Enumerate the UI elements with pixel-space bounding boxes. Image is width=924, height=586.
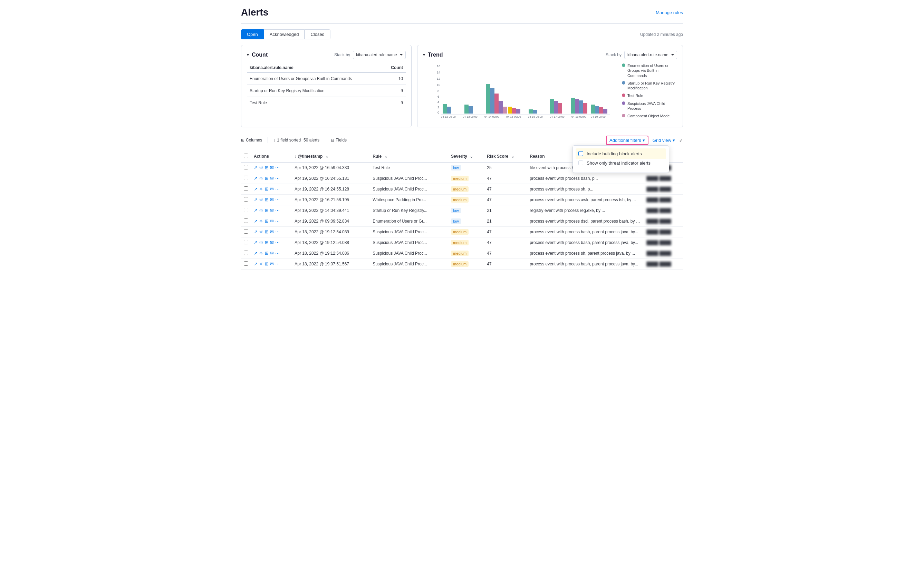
session-icon[interactable]: ⊞	[265, 250, 269, 256]
mark-icon[interactable]: ✉	[270, 229, 274, 234]
count-name-cell: Enumeration of Users or Groups via Built…	[247, 72, 384, 85]
more-icon[interactable]: ⋯	[275, 219, 280, 224]
session-icon[interactable]: ⊞	[265, 197, 269, 202]
more-icon[interactable]: ⋯	[275, 208, 280, 213]
row-checkbox[interactable]	[244, 219, 248, 223]
trend-chevron-icon[interactable]: ▾	[423, 53, 425, 57]
row-actions-cell: ↗ ⛭ ⊞ ✉ ⋯	[251, 162, 292, 173]
row-checkbox[interactable]	[244, 186, 248, 191]
grid-view-button[interactable]: Grid view ▾	[653, 138, 675, 143]
expand-row-icon[interactable]: ↗	[254, 165, 257, 170]
include-building-block-checkbox[interactable]	[578, 151, 583, 156]
row-checkbox[interactable]	[244, 261, 248, 266]
mark-icon[interactable]: ✉	[270, 240, 274, 245]
sort-indicator[interactable]: ↓ 1 field sorted 50 alerts	[274, 138, 319, 143]
row-checkbox[interactable]	[244, 240, 248, 244]
th-actions[interactable]: Actions	[251, 151, 292, 162]
trend-stack-by-select[interactable]: kibana.alert.rule.name	[624, 51, 677, 59]
mark-icon[interactable]: ✉	[270, 165, 274, 170]
additional-filters-button[interactable]: Additional filters ▾	[606, 136, 648, 145]
more-icon[interactable]: ⋯	[275, 176, 280, 181]
mark-icon[interactable]: ✉	[270, 197, 274, 202]
expand-row-icon[interactable]: ↗	[254, 176, 257, 181]
expand-row-icon[interactable]: ↗	[254, 250, 257, 256]
analyze-icon[interactable]: ⛭	[259, 176, 264, 181]
th-rule[interactable]: Rule ⌄	[370, 151, 448, 162]
mark-icon[interactable]: ✉	[270, 219, 274, 224]
session-icon[interactable]: ⊞	[265, 229, 269, 234]
row-checkbox-cell	[241, 194, 251, 205]
th-risk-score[interactable]: Risk Score ⌄	[484, 151, 527, 162]
analyze-icon[interactable]: ⛭	[259, 165, 264, 170]
session-icon[interactable]: ⊞	[265, 186, 269, 191]
analyze-icon[interactable]: ⛭	[259, 208, 264, 213]
row-severity: medium	[448, 237, 484, 248]
columns-label: Columns	[246, 138, 262, 143]
expand-row-icon[interactable]: ↗	[254, 229, 257, 234]
select-all-checkbox[interactable]	[244, 153, 248, 158]
tab-open[interactable]: Open	[241, 29, 264, 40]
more-icon[interactable]: ⋯	[275, 165, 280, 170]
mark-icon[interactable]: ✉	[270, 250, 274, 256]
show-only-threat-checkbox[interactable]	[578, 160, 583, 165]
th-checkbox	[241, 151, 251, 162]
analyze-icon[interactable]: ⛭	[259, 250, 264, 256]
show-only-threat-item[interactable]: Show only threat indicator alerts	[578, 158, 663, 168]
session-icon[interactable]: ⊞	[265, 165, 269, 170]
analyze-icon[interactable]: ⛭	[259, 219, 264, 224]
count-table-row[interactable]: Enumeration of Users or Groups via Built…	[247, 72, 406, 85]
analyze-icon[interactable]: ⛭	[259, 229, 264, 234]
manage-rules-link[interactable]: Manage rules	[656, 10, 683, 15]
row-reason: process event with process sh, p...	[527, 184, 644, 194]
expand-row-icon[interactable]: ↗	[254, 240, 257, 245]
row-checkbox[interactable]	[244, 229, 248, 234]
tab-acknowledged[interactable]: Acknowledged	[264, 29, 305, 40]
session-icon[interactable]: ⊞	[265, 240, 269, 245]
expand-row-icon[interactable]: ↗	[254, 261, 257, 267]
tab-closed[interactable]: Closed	[305, 29, 330, 40]
session-icon[interactable]: ⊞	[265, 219, 269, 224]
more-icon[interactable]: ⋯	[275, 240, 280, 245]
count-table-row[interactable]: Test Rule9	[247, 97, 406, 109]
row-checkbox[interactable]	[244, 250, 248, 255]
legend-item: Test Rule	[622, 93, 677, 98]
th-timestamp[interactable]: ↓ @timestamp ⌄	[292, 151, 370, 162]
svg-text:04-19 00:00: 04-19 00:00	[591, 115, 606, 119]
mark-icon[interactable]: ✉	[270, 261, 274, 267]
expand-row-icon[interactable]: ↗	[254, 197, 257, 202]
more-icon[interactable]: ⋯	[275, 261, 280, 267]
row-checkbox[interactable]	[244, 165, 248, 170]
analyze-icon[interactable]: ⛭	[259, 240, 264, 245]
expand-icon[interactable]: ⤢	[679, 138, 683, 143]
svg-text:14: 14	[437, 71, 440, 74]
row-checkbox[interactable]	[244, 197, 248, 202]
mark-icon[interactable]: ✉	[270, 208, 274, 213]
more-icon[interactable]: ⋯	[275, 229, 280, 234]
more-icon[interactable]: ⋯	[275, 186, 280, 191]
analyze-icon[interactable]: ⛭	[259, 197, 264, 202]
row-checkbox[interactable]	[244, 176, 248, 180]
expand-row-icon[interactable]: ↗	[254, 208, 257, 213]
mark-icon[interactable]: ✉	[270, 186, 274, 191]
columns-button[interactable]: ⊞ Columns	[241, 138, 262, 143]
count-table-row[interactable]: Startup or Run Key Registry Modification…	[247, 85, 406, 97]
fields-button[interactable]: ⊟ Fields	[331, 138, 346, 143]
count-chevron-icon[interactable]: ▾	[247, 53, 249, 57]
svg-rect-24	[554, 101, 558, 114]
mark-icon[interactable]: ✉	[270, 176, 274, 181]
row-risk-score: 25	[484, 162, 527, 173]
th-severity[interactable]: Severity ⌄	[448, 151, 484, 162]
count-stack-by-select[interactable]: kibana.alert.rule.name	[353, 51, 406, 59]
session-icon[interactable]: ⊞	[265, 208, 269, 213]
row-checkbox[interactable]	[244, 208, 248, 212]
analyze-icon[interactable]: ⛭	[259, 261, 264, 267]
legend-dot-icon	[622, 94, 625, 97]
analyze-icon[interactable]: ⛭	[259, 186, 264, 191]
expand-row-icon[interactable]: ↗	[254, 219, 257, 224]
session-icon[interactable]: ⊞	[265, 261, 269, 267]
session-icon[interactable]: ⊞	[265, 176, 269, 181]
more-icon[interactable]: ⋯	[275, 250, 280, 256]
expand-row-icon[interactable]: ↗	[254, 186, 257, 191]
more-icon[interactable]: ⋯	[275, 197, 280, 202]
svg-rect-29	[583, 103, 587, 114]
